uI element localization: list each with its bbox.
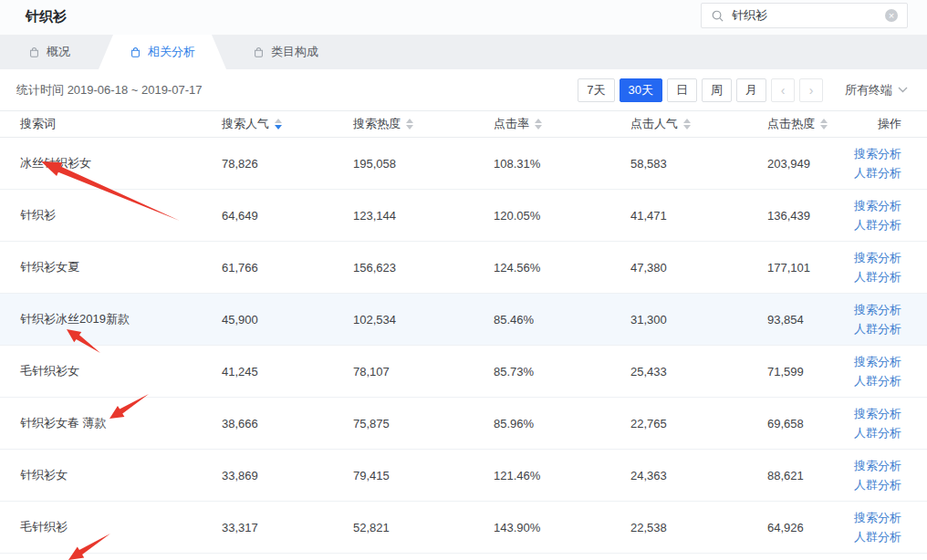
cell-search_heat: 79,415 [353,450,494,501]
sort-icon[interactable] [275,119,282,130]
column-header-ctr[interactable]: 点击率 [494,111,630,137]
audience-analysis-link[interactable]: 人群分析 [854,476,901,494]
cell-search_heat: 156,623 [353,242,494,293]
cell-ctr: 143.90% [494,502,630,553]
tab-label: 相关分析 [148,44,195,60]
period-button-周[interactable]: 周 [702,78,732,102]
cell-ctr: 85.96% [494,398,630,449]
column-label: 点击人气 [630,116,678,132]
tab-bar: 概况 相关分析 类目构成 [0,35,927,69]
search-analysis-link[interactable]: 搜索分析 [854,353,901,371]
cell-actions: 搜索分析人群分析 [859,294,927,345]
cell-keyword: 毛针织衫 [20,502,222,553]
search-analysis-link[interactable]: 搜索分析 [854,457,901,475]
audience-analysis-link[interactable]: 人群分析 [854,424,901,442]
cell-ctr: 85.73% [494,346,630,397]
cell-search_heat: 195,058 [353,138,494,189]
table-header-row: 搜索词搜索人气搜索热度点击率点击人气点击热度操作 [0,111,927,138]
search-analysis-link[interactable]: 搜索分析 [854,145,901,163]
column-header-search_pop[interactable]: 搜索人气 [222,111,353,137]
toolbar: 统计时间 2019-06-18 ~ 2019-07-17 7天30天日周月 ‹ … [0,69,927,110]
sort-icon[interactable] [683,119,691,130]
period-button-月[interactable]: 月 [736,78,766,102]
cell-actions: 搜索分析人群分析 [859,398,927,449]
next-page-button[interactable]: › [799,78,823,102]
cell-click_pop: 25,433 [630,346,767,397]
cell-actions: 搜索分析人群分析 [859,450,927,501]
cell-click_pop: 58,583 [630,138,767,189]
cell-keyword: 针织衫 [20,190,222,241]
cell-search_heat: 52,821 [353,502,494,553]
prev-page-button[interactable]: ‹ [771,78,795,102]
table-row: 针织衫女夏61,766156,623124.56%47,380177,101搜索… [0,242,927,294]
sort-icon[interactable] [535,119,542,130]
search-analysis-link[interactable]: 搜索分析 [854,301,901,319]
table-row: 毛针织衫女41,24578,10785.73%25,43371,599搜索分析人… [0,346,927,398]
audience-analysis-link[interactable]: 人群分析 [854,216,901,234]
column-label: 搜索词 [20,116,56,132]
cell-actions: 搜索分析人群分析 [859,190,927,241]
cell-click_heat: 71,599 [767,346,859,397]
audience-analysis-link[interactable]: 人群分析 [854,164,901,182]
audience-analysis-link[interactable]: 人群分析 [854,372,901,390]
search-input[interactable]: 针织衫 [732,7,885,24]
cell-click_pop: 41,471 [630,190,767,241]
cell-search_heat: 75,875 [353,398,494,449]
column-label: 点击率 [494,116,529,132]
cell-ctr: 121.46% [494,450,630,501]
search-analysis-link[interactable]: 搜索分析 [854,249,901,267]
cell-click_heat: 69,658 [767,398,859,449]
search-box[interactable]: 针织衫 × [701,3,908,28]
bag-icon [253,47,265,58]
table-row: 针织衫女33,86979,415121.46%24,36388,621搜索分析人… [0,450,927,502]
clear-icon[interactable]: × [885,9,898,22]
column-header-search_heat[interactable]: 搜索热度 [353,111,494,137]
cell-search_pop: 45,900 [222,294,353,345]
audience-analysis-link[interactable]: 人群分析 [854,528,901,546]
column-header-click_pop[interactable]: 点击人气 [630,111,767,137]
tab-category-composition[interactable]: 类目构成 [226,35,345,69]
bag-icon [130,47,141,58]
column-label: 搜索人气 [222,116,269,132]
stat-time: 统计时间 2019-06-18 ~ 2019-07-17 [16,82,202,99]
cell-actions: 搜索分析人群分析 [859,502,927,553]
cell-search_pop: 33,869 [222,450,353,501]
table-row: 冰丝针织衫女78,826195,058108.31%58,583203,949搜… [0,138,927,190]
table-row: 针织衫64,649123,144120.05%41,471136,439搜索分析… [0,190,927,242]
cell-actions: 搜索分析人群分析 [859,138,927,189]
table-body: 冰丝针织衫女78,826195,058108.31%58,583203,949搜… [0,138,927,554]
terminal-filter-dropdown[interactable]: 所有终端 [845,82,908,99]
cell-keyword: 针织衫女春 薄款 [20,398,222,449]
audience-analysis-link[interactable]: 人群分析 [854,268,901,286]
cell-click_pop: 22,765 [630,398,767,449]
audience-analysis-link[interactable]: 人群分析 [854,320,901,338]
search-icon [711,9,724,23]
cell-keyword: 针织衫女 [20,450,222,501]
cell-actions: 搜索分析人群分析 [859,242,927,293]
period-button-日[interactable]: 日 [667,78,697,102]
stat-time-label: 统计时间 [16,83,64,97]
period-controls: 7天30天日周月 ‹ › 所有终端 [573,78,908,102]
tab-label: 类目构成 [271,44,318,60]
tab-label: 概况 [47,44,70,60]
cell-keyword: 针织衫冰丝2019新款 [20,294,222,345]
tab-overview[interactable]: 概况 [0,35,99,69]
search-analysis-link[interactable]: 搜索分析 [854,197,901,215]
column-label: 搜索热度 [353,116,401,132]
cell-click_pop: 24,363 [630,450,767,501]
cell-click_heat: 203,949 [767,138,859,189]
column-header-click_heat[interactable]: 点击热度 [767,111,859,137]
period-button-7天[interactable]: 7天 [578,78,614,102]
sort-icon[interactable] [406,119,413,130]
search-analysis-link[interactable]: 搜索分析 [854,509,901,527]
tab-related-analysis[interactable]: 相关分析 [99,35,226,69]
topbar: 针织衫 针织衫 × [0,0,927,35]
cell-click_heat: 93,854 [767,294,859,345]
cell-search_pop: 78,826 [222,138,353,189]
column-label: 操作 [878,116,901,132]
table-row: 毛针织衫33,31752,821143.90%22,53864,926搜索分析人… [0,502,927,554]
period-button-30天[interactable]: 30天 [620,78,662,102]
sort-icon[interactable] [820,119,828,130]
chevron-down-icon [898,87,908,93]
search-analysis-link[interactable]: 搜索分析 [854,405,901,423]
